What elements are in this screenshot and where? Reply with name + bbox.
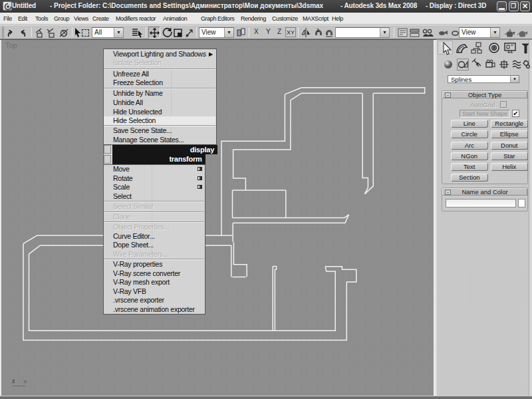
svg-text:3: 3 — [317, 28, 319, 33]
